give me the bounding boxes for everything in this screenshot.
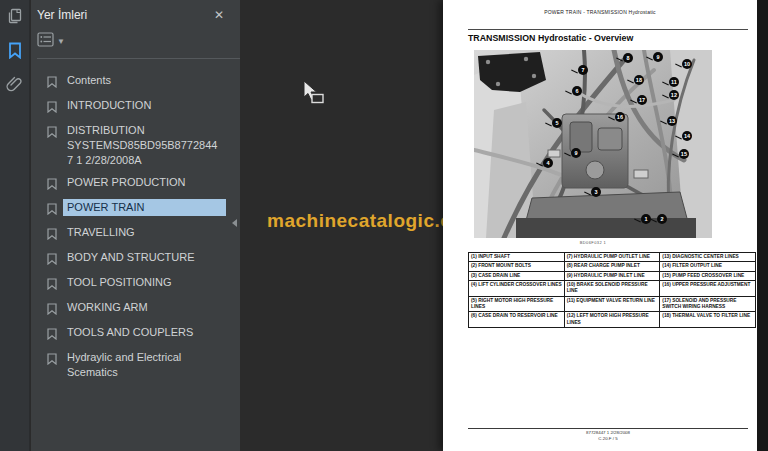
- legend-row: (2) FRONT MOUNT BOLTS(8) REAR CHARGE PUM…: [469, 262, 756, 271]
- bookmark-outline-icon: [47, 99, 57, 117]
- bookmark-outline-icon: [47, 351, 57, 369]
- figure-callout-15: 15: [679, 149, 689, 159]
- pdf-viewer-window: Yer İmleri ✕ ▼ Contents: [0, 0, 768, 451]
- legend-row: (5) RIGHT MOTOR HIGH PRESSURE LINES(11) …: [469, 296, 756, 312]
- bookmark-outline-icon: [47, 301, 57, 319]
- legend-cell: (12) LEFT MOTOR HIGH PRESSURE LINES: [564, 312, 660, 328]
- legend-cell: (15) PUMP FEED CROSSOVER LINE: [660, 271, 756, 280]
- legend-cell: (14) FILTER OUTPUT LINE: [660, 262, 756, 271]
- legend-cell: (17) SOLENOID AND PRESSURE SWITCH WIRING…: [660, 296, 756, 312]
- chevron-down-icon: ▼: [57, 37, 65, 46]
- panel-separator: [37, 58, 240, 59]
- bookmark-label: TOOL POSITIONING: [63, 274, 226, 291]
- bookmark-item[interactable]: WORKING ARM: [47, 296, 240, 321]
- bookmark-label: WORKING ARM: [63, 299, 226, 316]
- bookmark-label: TRAVELLING: [63, 224, 226, 241]
- sidebar-icon-rail: [0, 0, 30, 451]
- legend-cell: (16) UPPER PRESSURE ADJUSTMENT: [660, 280, 756, 296]
- bookmark-item[interactable]: POWER PRODUCTION: [47, 171, 240, 196]
- running-header: POWER TRAIN - TRANSMISSION Hydrostatic: [443, 9, 757, 15]
- document-page: POWER TRAIN - TRANSMISSION Hydrostatic T…: [443, 0, 757, 451]
- attachments-button[interactable]: [5, 76, 25, 96]
- legend-cell: (13) DIAGNOSTIC CENTER LINES: [660, 253, 756, 262]
- legend-cell: (8) REAR CHARGE PUMP INLET: [564, 262, 660, 271]
- figure-callout-9: 9: [571, 148, 581, 158]
- bookmark-label: POWER PRODUCTION: [63, 174, 226, 191]
- bookmark-options-button[interactable]: ▼: [37, 32, 65, 50]
- bookmark-outline-icon: [47, 226, 57, 244]
- legend-cell: (18) THERMAL VALVE TO FILTER LINE: [660, 312, 756, 328]
- footer-rule: [468, 428, 748, 429]
- bookmark-item[interactable]: POWER TRAIN: [47, 196, 240, 221]
- figure-callout-2: 2: [657, 214, 667, 224]
- bookmark-outline-icon: [47, 326, 57, 344]
- bookmark-item[interactable]: DISTRIBUTION SYSTEMSD85BD95B87728447 1 2…: [47, 119, 240, 171]
- bookmark-item[interactable]: TRAVELLING: [47, 221, 240, 246]
- legend-cell: (10) BRAKE SOLENOID PRESSURE LINE: [564, 280, 660, 296]
- bookmark-label: BODY AND STRUCTURE: [63, 249, 226, 266]
- bookmark-label: Contents: [63, 72, 226, 89]
- close-icon[interactable]: ✕: [210, 8, 228, 22]
- legend-cell: (4) LIFT CYLINDER CROSSOVER LINES: [469, 280, 565, 296]
- legend-cell: (6) CASE DRAIN TO RESERVOIR LINE: [469, 312, 565, 328]
- figure-callout-8: 8: [623, 53, 633, 63]
- bookmark-item[interactable]: Hydraylic and Electrical Scematics: [47, 346, 240, 383]
- figure-callout-7: 7: [578, 65, 588, 75]
- figure-callout-12: 12: [669, 90, 679, 100]
- callout-legend-table: (1) INPUT SHAFT(7) HYDRAULIC PUMP OUTLET…: [468, 252, 756, 328]
- panel-header: Yer İmleri ✕: [31, 0, 240, 28]
- figure-caption: BD06F032 1: [474, 240, 712, 245]
- panel-title: Yer İmleri: [37, 8, 87, 22]
- bookmark-item[interactable]: TOOLS AND COUPLERS: [47, 321, 240, 346]
- bookmarks-panel-button[interactable]: [5, 42, 25, 62]
- options-list-icon: [37, 32, 54, 50]
- legend-cell: (3) CASE DRAIN LINE: [469, 271, 565, 280]
- bookmark-label: TOOLS AND COUPLERS: [63, 324, 226, 341]
- snapshot-cursor-icon: [298, 78, 326, 110]
- bookmark-outline-icon: [47, 124, 57, 142]
- bookmark-label: POWER TRAIN: [63, 199, 226, 216]
- bookmark-outline-icon: [47, 176, 57, 194]
- bookmark-icon: [8, 42, 22, 63]
- legend-cell: (7) HYDRAULIC PUMP OUTLET LINE: [564, 253, 660, 262]
- header-rule: [468, 29, 748, 30]
- legend-row: (1) INPUT SHAFT(7) HYDRAULIC PUMP OUTLET…: [469, 253, 756, 262]
- footer-doc-number: 87728447 1 2/28/2008: [468, 430, 748, 435]
- bookmark-item[interactable]: Contents: [47, 69, 240, 94]
- panel-collapse-handle[interactable]: [232, 219, 237, 227]
- bookmark-label: Hydraylic and Electrical Scematics: [63, 349, 226, 381]
- bookmark-outline-icon: [47, 74, 57, 92]
- figure-callout-6: 6: [572, 86, 582, 96]
- transmission-photo-figure: 7891018116121716513149154312: [474, 50, 712, 238]
- bookmark-item[interactable]: BODY AND STRUCTURE: [47, 246, 240, 271]
- figure-callout-5: 5: [552, 118, 562, 128]
- bookmark-outline-icon: [47, 201, 57, 219]
- pages-icon: [7, 8, 23, 28]
- bookmark-outline-icon: [47, 251, 57, 269]
- legend-cell: (9) HYDRAULIC PUMP INLET LINE: [564, 271, 660, 280]
- page-thumbnails-button[interactable]: [5, 8, 25, 28]
- footer-page-number: C.20.F / 5: [468, 436, 748, 441]
- bookmarks-panel: Yer İmleri ✕ ▼ Contents: [31, 0, 240, 451]
- legend-row: (4) LIFT CYLINDER CROSSOVER LINES(10) BR…: [469, 280, 756, 296]
- figure-callout-10: 10: [682, 59, 692, 69]
- figure-callout-13: 13: [667, 116, 677, 126]
- legend-row: (6) CASE DRAIN TO RESERVOIR LINE(12) LEF…: [469, 312, 756, 328]
- panel-toolbar: ▼: [31, 28, 240, 58]
- bookmark-list: Contents INTRODUCTION DISTRIBUTION SYSTE…: [31, 63, 240, 383]
- bookmark-label: INTRODUCTION: [63, 97, 226, 114]
- legend-cell: (1) INPUT SHAFT: [469, 253, 565, 262]
- figure-callout-18: 18: [634, 75, 644, 85]
- legend-cell: (11) EQUIPMENT VALVE RETURN LINE: [564, 296, 660, 312]
- figure-callout-3: 3: [591, 187, 601, 197]
- bookmark-item[interactable]: TOOL POSITIONING: [47, 271, 240, 296]
- bookmark-label: DISTRIBUTION SYSTEMSD85BD95B87728447 1 2…: [63, 122, 226, 169]
- figure-callout-11: 11: [669, 77, 679, 87]
- page-title: TRANSMISSION Hydrostatic - Overview: [468, 33, 633, 43]
- bookmark-outline-icon: [47, 276, 57, 294]
- paperclip-icon: [6, 75, 24, 97]
- bookmark-item[interactable]: INTRODUCTION: [47, 94, 240, 119]
- canvas-right-gutter: [757, 0, 768, 451]
- document-canvas[interactable]: machinecatalogic.com POWER TRAIN - TRANS…: [240, 0, 768, 451]
- legend-row: (3) CASE DRAIN LINE(9) HYDRAULIC PUMP IN…: [469, 271, 756, 280]
